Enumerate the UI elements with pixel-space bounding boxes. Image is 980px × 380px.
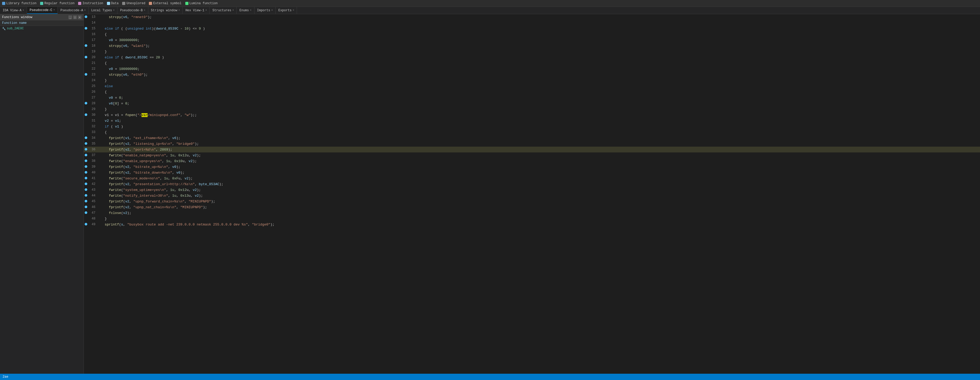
sidebar: Functions window _ □ × Function name 🔧 s…: [0, 14, 84, 374]
line-code[interactable]: fprintf(v2, "presentation_url=http://%s\…: [99, 181, 980, 187]
table-row: 49 sprintf(s, "busybox route add -net 23…: [84, 222, 980, 227]
line-code[interactable]: v0 = 0;: [99, 95, 980, 101]
line-number: 49: [88, 222, 99, 227]
table-row: 16 {: [84, 32, 980, 37]
tab-exports-close-icon[interactable]: ×: [293, 9, 294, 12]
line-code[interactable]: if ( v1 ): [99, 124, 980, 129]
line-code[interactable]: v6[0] = 0;: [99, 101, 980, 106]
tab-ida-view-a[interactable]: IDA View-A ×: [0, 7, 27, 14]
line-dot-cell: [84, 147, 88, 152]
line-number: 42: [88, 181, 99, 187]
line-code[interactable]: strcpy(v6, "rmnet0");: [99, 14, 980, 20]
tab-pseudocode-c[interactable]: Pseudocode-C ×: [27, 7, 58, 14]
line-code[interactable]: fprintf(v1, "ext_ifname=%s\n", v6);: [99, 135, 980, 141]
line-dot-cell: [84, 83, 88, 89]
status-text: 2ae: [3, 375, 8, 379]
code-area[interactable]: 13 strcpy(v6, "rmnet0");14 15 else if ( …: [84, 14, 980, 374]
line-number: 25: [88, 83, 99, 89]
tab-ida-close-icon[interactable]: ×: [22, 9, 24, 12]
line-code[interactable]: }: [99, 78, 980, 83]
line-code[interactable]: strcpy(v6, "wlan1");: [99, 43, 980, 49]
tab-strings-window-label: Strings window: [151, 9, 177, 12]
line-code[interactable]: v0 = 100000000;: [99, 66, 980, 72]
line-number: 41: [88, 176, 99, 181]
line-code[interactable]: fprintf(v2, "bitrate_down=%u\n", v0);: [99, 170, 980, 176]
tab-strings-close-icon[interactable]: ×: [178, 9, 180, 12]
line-code[interactable]: else: [99, 83, 980, 89]
line-number: 31: [88, 118, 99, 124]
legend-data-dot: [107, 2, 110, 5]
line-code[interactable]: {: [99, 89, 980, 95]
line-code[interactable]: fwrite("enable_natpmp=yes\n", 1u, 0x12u,…: [99, 152, 980, 158]
line-code[interactable]: fwrite("notify_interval=30\n", 1u, 0x13u…: [99, 193, 980, 198]
line-dot-cell: [84, 164, 88, 170]
line-code[interactable]: fprintf(v2, "bitrate_up=%u\n", v0);: [99, 164, 980, 170]
line-dot-cell: [84, 210, 88, 216]
line-code[interactable]: fclose(v2);: [99, 210, 980, 216]
line-number: 14: [88, 20, 99, 26]
line-code[interactable]: {: [99, 32, 980, 37]
line-dot-cell: [84, 135, 88, 141]
tab-structures-close-icon[interactable]: ×: [232, 9, 234, 12]
line-code[interactable]: else if ( dword_8539C == 20 ): [99, 54, 980, 60]
line-code[interactable]: fprintf(v2, "port=%d\n", 2869);: [99, 147, 980, 152]
line-dot-cell: [84, 141, 88, 147]
line-code[interactable]: sprintf(s, "busybox route add -net 239.0…: [99, 222, 980, 227]
line-code[interactable]: else if ( (unsigned int)(dword_8539C - 1…: [99, 26, 980, 32]
breakpoint-dot: [85, 73, 87, 76]
sidebar-maximize-button[interactable]: □: [73, 16, 77, 19]
sidebar-item-label: sub_2AE0C: [7, 27, 24, 30]
breakpoint-dot: [85, 211, 87, 214]
tab-pseudocode-a-close-icon[interactable]: ×: [84, 9, 86, 12]
breakpoint-dot: [85, 160, 87, 162]
tab-imports[interactable]: Imports ×: [255, 7, 276, 14]
tab-structures[interactable]: Structures ×: [210, 7, 237, 14]
tab-pseudocode-a[interactable]: Pseudocode-A ×: [58, 7, 88, 14]
line-number: 36: [88, 147, 99, 152]
line-code[interactable]: fprintf(v2, "listening_ip=%s\n", "bridge…: [99, 141, 980, 147]
line-code[interactable]: fprintf(v2, "upnp_nat_chain=%s\n", "MINI…: [99, 204, 980, 210]
tab-hex-view-1-close-icon[interactable]: ×: [205, 9, 207, 12]
line-number: 16: [88, 32, 99, 37]
sidebar-minimize-button[interactable]: _: [68, 16, 72, 19]
line-number: 40: [88, 170, 99, 176]
line-code[interactable]: fwrite("system_uptime=yes\n", 1u, 0x12u,…: [99, 187, 980, 193]
line-code[interactable]: v1 = v1 = fopen("/var/miniupnpd.conf", "…: [99, 112, 980, 118]
tab-pseudocode-b-close-icon[interactable]: ×: [144, 9, 145, 12]
sidebar-item-sub2ae0c[interactable]: 🔧 sub_2AE0C: [0, 26, 84, 31]
table-row: 15 else if ( (unsigned int)(dword_8539C …: [84, 26, 980, 32]
line-code[interactable]: fwrite("secure_mode=no\n", 1u, 0xFu, v2)…: [99, 176, 980, 181]
tab-enums-close-icon[interactable]: ×: [250, 9, 251, 12]
legend-instruction-dot: [78, 2, 81, 5]
table-row: 23 strcpy(v6, "eth0");: [84, 72, 980, 78]
line-code[interactable]: {: [99, 60, 980, 66]
line-code[interactable]: strcpy(v6, "eth0");: [99, 72, 980, 78]
breakpoint-dot: [85, 44, 87, 47]
tab-imports-close-icon[interactable]: ×: [271, 9, 273, 12]
line-code[interactable]: [99, 20, 980, 26]
tab-exports[interactable]: Exports ×: [276, 7, 297, 14]
tab-pseudocode-c-close-icon[interactable]: ×: [53, 9, 55, 11]
line-code[interactable]: }: [99, 49, 980, 54]
breakpoint-dot: [85, 171, 87, 174]
line-code[interactable]: v2 = v1;: [99, 118, 980, 124]
legend-instruction: Instruction: [78, 2, 103, 5]
tab-local-types[interactable]: Local Types ×: [89, 7, 118, 14]
tab-strings-window[interactable]: Strings window ×: [148, 7, 183, 14]
sidebar-close-button[interactable]: ×: [78, 16, 81, 19]
line-code[interactable]: {: [99, 129, 980, 135]
line-code[interactable]: }: [99, 106, 980, 112]
legend-instruction-label: Instruction: [82, 2, 103, 5]
line-code[interactable]: fwrite("enable_upnp=yes\n", 1u, 0x10u, v…: [99, 158, 980, 164]
line-code[interactable]: }: [99, 216, 980, 222]
legend-regular-label: Regular function: [44, 2, 75, 5]
line-code[interactable]: v0 = 300000000;: [99, 37, 980, 43]
tab-hex-view-1[interactable]: Hex View-1 ×: [183, 7, 210, 14]
line-code[interactable]: fprintf(v2, "upnp_forward_chain=%s\n", "…: [99, 198, 980, 204]
line-number: 13: [88, 14, 99, 20]
tab-enums[interactable]: Enums ×: [237, 7, 254, 14]
tab-pseudocode-c-label: Pseudocode-C: [30, 8, 52, 12]
tab-local-types-close-icon[interactable]: ×: [113, 9, 115, 12]
breakpoint-dot: [85, 102, 87, 104]
tab-pseudocode-b[interactable]: Pseudocode-B ×: [118, 7, 148, 14]
